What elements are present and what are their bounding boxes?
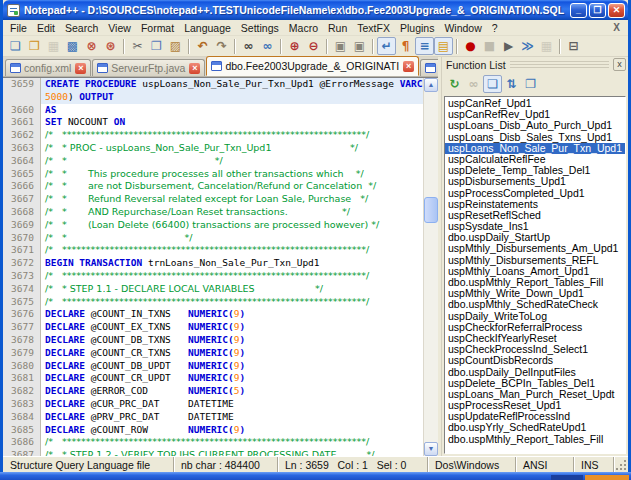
open-file-button[interactable]: ❐ <box>25 37 44 55</box>
tab-serveurftp-java[interactable]: ServeurFtp.java× <box>92 59 205 76</box>
menu-macro[interactable]: Macro <box>284 21 323 35</box>
menu-search[interactable]: Search <box>60 21 103 35</box>
tab-close-icon[interactable]: × <box>75 63 86 74</box>
copy-names-button[interactable]: ❐ <box>521 75 540 93</box>
menu-plugins[interactable]: Plugins <box>395 21 439 35</box>
function-list-item[interactable]: dbo.uspDaily_DelInputFiles <box>445 367 625 378</box>
menu-help[interactable]: ? <box>487 21 503 35</box>
code-segment: OUTPUT <box>79 91 113 102</box>
function-list-item[interactable]: uspProcessCompleted_Upd1 <box>445 188 625 199</box>
sync-vertical-button[interactable]: ▣ <box>331 37 350 55</box>
code-text: /* *************************************… <box>41 129 423 142</box>
open-file-icon: ❐ <box>29 40 40 52</box>
copy-button[interactable]: ❐ <box>147 37 166 55</box>
code-line: 3663/* * PROC - uspLoans_Non_Sale_Pur_Tx… <box>3 142 423 155</box>
scrollbar-thumb[interactable] <box>424 197 438 223</box>
user-define-dialog-button[interactable]: ▤ <box>434 37 453 55</box>
scroll-down-arrow[interactable]: ▼ <box>424 442 438 456</box>
code-line: 3661SET NOCOUNT ON <box>3 116 423 129</box>
file-icon <box>211 61 222 71</box>
code-line: 3669/* * (Loan Delete (66400) transactio… <box>3 219 423 232</box>
scrollbar-track[interactable] <box>424 92 438 442</box>
function-list-item[interactable]: uspLoans_Disb_Auto_Purch_Upd1 <box>445 120 625 131</box>
function-list-title: Function List <box>446 59 506 71</box>
copy-names-icon: ❐ <box>525 78 536 90</box>
code-segment: ) <box>240 321 246 332</box>
function-list-item[interactable]: dbo.uspMthly_Report_Tables_Fill <box>445 434 625 445</box>
resize-grip[interactable] <box>613 457 628 472</box>
code-segment: SET <box>45 116 62 127</box>
new-file-button[interactable]: ❏ <box>6 37 25 55</box>
function-list-item[interactable]: uspDisbursements_Upd1 <box>445 176 625 187</box>
refresh-button[interactable]: ↻ <box>445 75 464 93</box>
new-file-icon: ❏ <box>10 40 21 52</box>
zoom-out-button[interactable]: ⊖ <box>304 37 323 55</box>
close-button[interactable]: ✕ <box>608 3 625 18</box>
menu-view[interactable]: View <box>103 21 136 35</box>
paste-button[interactable]: ▨ <box>166 37 185 55</box>
indent-guide-button[interactable]: ≡ <box>415 37 434 55</box>
macro-record-icon: ● <box>465 40 475 52</box>
code-segment: @COUNT_CR_TXNS <box>85 347 188 358</box>
tab-config-xml[interactable]: config.xml× <box>5 59 91 76</box>
find-button[interactable]: ∞ <box>239 37 258 55</box>
editor-vertical-scrollbar[interactable]: ▲ ▼ <box>423 78 438 456</box>
cut-button[interactable]: ✂ <box>128 37 147 55</box>
editor[interactable]: 3659CREATE PROCEDURE uspLoans_Non_Sale_P… <box>3 77 438 456</box>
status-bar: Structure Query Language file nb char : … <box>3 456 628 472</box>
menu-window[interactable]: Window <box>439 21 486 35</box>
code-segment: @COUNT_DB_UPDT <box>85 360 188 371</box>
code-segment: ) <box>240 347 246 358</box>
close-file-button[interactable]: ⊗ <box>82 37 101 55</box>
user-define-dialog-icon: ▤ <box>438 40 449 52</box>
function-list[interactable]: uspCanRef_Upd1uspCanRefRev_Upd1uspLoans_… <box>444 96 626 454</box>
maximize-button[interactable]: ❐ <box>589 3 606 18</box>
menu-edit[interactable]: Edit <box>32 21 60 35</box>
sync-horizontal-button[interactable]: ▣ <box>350 37 369 55</box>
menu-textfx[interactable]: TextFX <box>352 21 395 35</box>
macro-run-multiple-button[interactable]: ≫ <box>518 37 537 55</box>
menu-close-document-button[interactable]: X <box>607 22 626 33</box>
line-number: 3677 <box>3 321 41 334</box>
function-list-item[interactable]: uspCountDisbRecords <box>445 355 625 366</box>
show-all-characters-button[interactable]: ¶ <box>396 37 415 55</box>
menu-file[interactable]: File <box>5 21 32 35</box>
menu-format[interactable]: Format <box>136 21 179 35</box>
tab-close-icon[interactable]: × <box>189 63 200 74</box>
code-text: DECLARE @COUNT_ROW NUMERIC(9) <box>41 424 423 437</box>
menu-language[interactable]: Language <box>179 21 236 35</box>
code-area[interactable]: 3659CREATE PROCEDURE uspLoans_Non_Sale_P… <box>3 78 423 456</box>
list-view-button[interactable]: ❏ <box>483 75 502 93</box>
close-all-button[interactable]: ⊛ <box>101 37 120 55</box>
print-button[interactable]: ⊟ <box>564 37 583 55</box>
scroll-up-arrow[interactable]: ▲ <box>424 78 438 92</box>
replace-button[interactable]: ∞ <box>258 37 277 55</box>
function-list-item[interactable]: uspMthly_Disbursements_Am_Upd1 <box>445 243 625 254</box>
line-number: 3663 <box>3 142 41 155</box>
code-segment: uspLoans_Non_Sale_Pur_Txn_Upd1 @ErrorMes… <box>137 78 400 89</box>
menu-settings[interactable]: Settings <box>236 21 284 35</box>
minimize-button[interactable]: _ <box>570 3 587 18</box>
undo-button[interactable]: ↶ <box>193 37 212 55</box>
code-line: 3665/* * This procedure processes all ot… <box>3 168 423 181</box>
function-list-item[interactable]: dbo.uspYrly_SchedRateUpd1 <box>445 422 625 433</box>
zoom-in-button[interactable]: ⊕ <box>285 37 304 55</box>
code-text: DECLARE @COUNT_CR_UPDT NUMERIC(9) <box>41 372 423 385</box>
function-list-close-icon[interactable]: x <box>613 58 626 71</box>
toolbar-separator <box>372 39 374 54</box>
status-encoding: ANSI <box>515 457 573 472</box>
function-list-item[interactable]: dbo.uspMthly_SchedRateCheck <box>445 299 625 310</box>
function-list-panel: Function List x ↻∞❏⇅❐ uspCanRef_Upd1uspC… <box>441 57 628 456</box>
status-char-count: nb char : 484400 <box>173 457 277 472</box>
refresh-icon: ↻ <box>450 78 460 90</box>
redo-button[interactable]: ↷ <box>212 37 231 55</box>
save-all-button[interactable]: ▩ <box>63 37 82 55</box>
code-line: 3684DECLARE @PRV_PRC_DAT DATETIME <box>3 411 423 424</box>
tab-dbo-fee2003upgrade-originati[interactable]: dbo.Fee2003Upgrade_&_ORIGINATI× <box>206 56 419 76</box>
macro-play-button[interactable]: ▶ <box>499 37 518 55</box>
tab-close-icon[interactable]: × <box>403 61 414 72</box>
word-wrap-button[interactable]: ↵ <box>377 37 396 55</box>
sort-button[interactable]: ⇅ <box>502 75 521 93</box>
macro-record-button[interactable]: ● <box>461 37 480 55</box>
menu-run[interactable]: Run <box>323 21 352 35</box>
